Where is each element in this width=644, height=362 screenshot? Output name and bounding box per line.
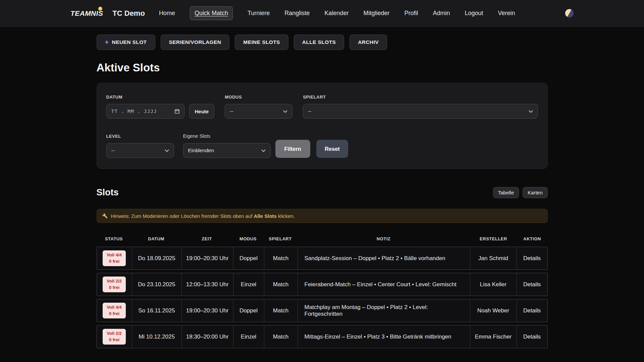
spielart-value: --	[308, 108, 311, 114]
status-badge: Voll 4/40 frei	[103, 303, 126, 318]
meine-slots-button[interactable]: MEINE SLOTS	[235, 35, 288, 50]
eigene-slots-value: Einblenden	[188, 147, 214, 154]
cell-notiz: Mittags-Einzel – Einzel • Platz 3 • Bitt…	[298, 325, 470, 348]
spielart-label: SPIELART	[303, 95, 538, 100]
status-badge: Voll 2/20 frei	[103, 277, 126, 292]
karten-view-button[interactable]: Karten	[523, 187, 547, 198]
cell-notiz: Feierabend-Match – Einzel • Center Court…	[298, 273, 470, 296]
table-row: Voll 4/40 frei So 16.11.2025 19:00–20:30…	[97, 299, 548, 322]
nav-item-logout[interactable]: Logout	[465, 10, 483, 17]
cell-datum: Do 23.10.2025	[132, 273, 181, 296]
cell-notiz: Matchplay am Montag – Doppel • Platz 2 •…	[298, 299, 470, 322]
filtern-button[interactable]: Filtern	[275, 140, 310, 158]
header-notiz: NOTIZ	[297, 236, 470, 241]
nav-item-admin[interactable]: Admin	[433, 10, 450, 17]
cell-ersteller: Noah Weber	[470, 299, 517, 322]
details-link[interactable]: Details	[523, 281, 541, 288]
details-link[interactable]: Details	[523, 255, 541, 262]
header-zeit: ZEIT	[181, 236, 233, 241]
cell-datum: So 16.11.2025	[132, 299, 181, 322]
modus-label: MODUS	[225, 95, 292, 100]
modus-select[interactable]: --	[225, 104, 292, 119]
main-nav: Home Quick Match Turniere Rangliste Kale…	[159, 6, 515, 20]
page-title: Aktive Slots	[97, 61, 548, 74]
top-nav: TEAMNIS TC Demo Home Quick Match Turnier…	[0, 0, 644, 27]
nav-item-quick-match[interactable]: Quick Match	[190, 6, 233, 20]
level-group: LEVEL --	[106, 134, 174, 158]
header-spielart: SPIELART	[264, 236, 297, 241]
datum-group: DATUM TT . MM . JJJJ Heute	[106, 95, 215, 119]
cell-ersteller: Emma Fischer	[470, 325, 517, 348]
header-modus: MODUS	[233, 236, 264, 241]
avatar[interactable]	[565, 9, 574, 17]
header-status: STATUS	[97, 236, 131, 241]
cell-zeit: 19:00–20:30 Uhr	[181, 247, 233, 269]
nav-item-turniere[interactable]: Turniere	[248, 10, 270, 17]
cell-ersteller: Lisa Keller	[470, 273, 517, 296]
logo[interactable]: TEAMNIS	[70, 9, 103, 17]
reset-button[interactable]: Reset	[316, 140, 348, 158]
main-content: + NEUEN SLOT SERIEN/VORLAGEN MEINE SLOTS…	[97, 35, 548, 362]
status-badge: Voll 2/20 frei	[103, 329, 126, 344]
cell-spielart: Match	[264, 299, 298, 322]
alle-slots-button[interactable]: ALLE SLOTS	[294, 35, 344, 50]
chevron-down-icon	[529, 110, 533, 113]
details-link[interactable]: Details	[523, 307, 541, 314]
nav-item-verein[interactable]: Verein	[498, 10, 515, 17]
nav-item-profil[interactable]: Profil	[404, 10, 418, 17]
header-ersteller: ERSTELLER	[470, 236, 517, 241]
neuen-slot-button[interactable]: + NEUEN SLOT	[97, 35, 155, 50]
spielart-group: SPIELART --	[303, 95, 538, 119]
filter-panel: DATUM TT . MM . JJJJ Heute MODUS --	[97, 83, 548, 169]
nav-item-kalender[interactable]: Kalender	[324, 10, 348, 17]
table-row: Voll 4/40 frei Do 18.09.2025 19:00–20:30…	[97, 247, 548, 270]
notice-text: Hinweis: Zum Moderieren oder Löschen fre…	[111, 213, 295, 219]
date-placeholder: TT . MM . JJJJ	[111, 109, 157, 114]
cell-zeit: 18:30–20:00 Uhr	[181, 325, 233, 348]
archiv-button[interactable]: ARCHIV	[350, 35, 387, 50]
heute-button[interactable]: Heute	[189, 104, 215, 119]
nav-item-rangliste[interactable]: Rangliste	[284, 10, 310, 17]
cell-zeit: 12:00–13:30 Uhr	[181, 273, 233, 296]
cell-spielart: Match	[264, 247, 298, 269]
header-aktion: AKTION	[517, 236, 548, 241]
cell-datum: Do 18.09.2025	[132, 247, 181, 269]
eigene-slots-select[interactable]: Einblenden	[183, 143, 271, 158]
logo-text: TEAMNIS	[70, 9, 103, 17]
tabelle-view-button[interactable]: Tabelle	[493, 187, 519, 198]
cell-notiz: Sandplatz-Session – Doppel • Platz 2 • B…	[298, 247, 470, 269]
level-label: LEVEL	[106, 134, 174, 139]
slots-section-title: Slots	[97, 187, 119, 198]
details-link[interactable]: Details	[523, 334, 541, 340]
nav-item-mitglieder[interactable]: Mitglieder	[363, 10, 389, 17]
cell-modus: Doppel	[233, 299, 264, 322]
table-header: STATUS DATUM ZEIT MODUS SPIELART NOTIZ E…	[97, 233, 548, 247]
status-badge: Voll 4/40 frei	[103, 250, 126, 266]
serien-vorlagen-button[interactable]: SERIEN/VORLAGEN	[161, 35, 230, 50]
view-toggle: Tabelle Karten	[493, 187, 548, 198]
level-value: --	[111, 147, 115, 154]
calendar-icon	[174, 108, 180, 114]
modus-value: --	[230, 108, 233, 114]
nav-item-home[interactable]: Home	[159, 10, 175, 17]
club-name[interactable]: TC Demo	[112, 9, 145, 18]
cell-zeit: 19:00–20:30 Uhr	[181, 299, 233, 322]
notice-banner: Hinweis: Zum Moderieren oder Löschen fre…	[97, 209, 548, 223]
spielart-select[interactable]: --	[303, 104, 538, 119]
level-select[interactable]: --	[106, 143, 174, 158]
chevron-down-icon	[165, 149, 169, 152]
slots-table: STATUS DATUM ZEIT MODUS SPIELART NOTIZ E…	[97, 233, 548, 348]
cell-modus: Einzel	[233, 325, 264, 348]
neuen-slot-label: NEUEN SLOT	[112, 39, 147, 45]
plus-icon: +	[105, 39, 109, 46]
datum-label: DATUM	[106, 95, 215, 100]
tennis-ball-icon	[98, 7, 102, 11]
cell-spielart: Match	[264, 273, 298, 296]
date-input[interactable]: TT . MM . JJJJ	[106, 104, 184, 119]
cell-spielart: Match	[264, 325, 298, 348]
eigene-slots-label: Eigene Slots	[183, 133, 271, 139]
table-row: Voll 2/20 frei Do 23.10.2025 12:00–13:30…	[97, 273, 548, 296]
chevron-down-icon	[283, 110, 287, 113]
slot-toolbar: + NEUEN SLOT SERIEN/VORLAGEN MEINE SLOTS…	[97, 35, 548, 50]
modus-group: MODUS --	[225, 95, 292, 119]
